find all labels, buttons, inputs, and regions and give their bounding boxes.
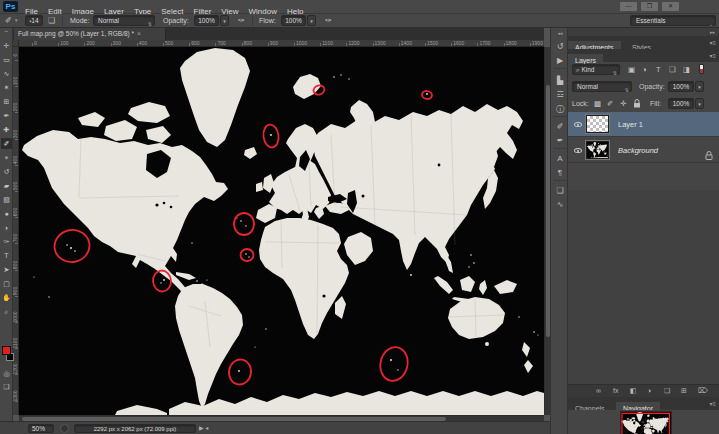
horizontal-ruler: 0100200300400500600700800900100011001200… — [19, 40, 544, 47]
tools-panel: ▪▪ ✛▭∿✶⊞✒✚✐⌖↺▰▧●◗✑T➤▢✋⌕ ◎ ❏ — [0, 28, 13, 421]
history-panel-icon[interactable]: ↺ — [551, 42, 569, 51]
new-group-icon[interactable]: ❏ — [664, 387, 670, 395]
filter-type-layers-icon[interactable]: T — [656, 65, 661, 74]
blend-mode-dropdown[interactable]: Normal⇅ — [572, 81, 632, 92]
add-layer-mask-icon[interactable]: ◧ — [630, 387, 637, 395]
layers-menu-icon[interactable]: ▾≡ — [709, 52, 716, 59]
document-info: 2292 px x 2062 px (72.009 ppi) — [74, 424, 196, 433]
tool-dodge[interactable]: ◗ — [1, 222, 12, 233]
tool-healing-brush[interactable]: ✚ — [1, 124, 12, 135]
brush-presets-panel-icon[interactable]: ✐ — [551, 122, 569, 131]
tool-pen[interactable]: ✑ — [1, 236, 12, 247]
collapse-dock-icon[interactable]: ▸▸ — [710, 29, 715, 35]
opacity-arrow[interactable]: ▾ — [220, 15, 229, 26]
layer-thumbnail[interactable] — [586, 141, 609, 159]
lock-pixels-icon[interactable]: ✐ — [607, 99, 613, 108]
navigator-menu-icon[interactable]: ▾≡ — [709, 400, 716, 407]
tool-crop[interactable]: ⊞ — [1, 96, 12, 107]
flow-label: Flow: — [259, 17, 276, 24]
new-layer-icon[interactable]: ⊞ — [681, 387, 687, 395]
layer-visibility-eye-icon[interactable] — [574, 148, 582, 153]
tool-zoom[interactable]: ⌕ — [1, 306, 12, 317]
opacity-value[interactable]: 100% — [194, 15, 219, 26]
layer-style-fx-icon[interactable]: fx — [613, 387, 618, 394]
brush-tool-preset-icon[interactable]: ✐ — [5, 16, 12, 25]
new-adjustment-layer-icon[interactable]: ◑ — [647, 387, 651, 394]
tool-move[interactable]: ✛ — [1, 40, 12, 51]
tool-presets-panel-icon[interactable]: ✒ — [551, 136, 569, 145]
tool-blur[interactable]: ● — [1, 208, 12, 219]
brush-size-picker[interactable]: •14 — [25, 15, 43, 26]
delete-layer-icon[interactable]: ⌦ — [698, 387, 708, 395]
tab-close-icon[interactable]: × — [137, 30, 141, 37]
close-button[interactable]: ✕ — [662, 2, 679, 11]
lock-transparency-icon[interactable]: ▩ — [594, 99, 601, 108]
tool-gradient[interactable]: ▧ — [1, 194, 12, 205]
foreground-color-swatch[interactable] — [2, 346, 11, 355]
layer-thumbnail[interactable] — [586, 115, 609, 133]
hruler-label: 1200 — [348, 40, 359, 46]
layer-row-layer-1[interactable]: Layer 1 — [568, 112, 719, 137]
filter-kind-dropdown[interactable]: ⌕ Kind⇅ — [572, 64, 620, 75]
info-panel-icon[interactable]: ⓘ — [551, 104, 569, 115]
minimize-button[interactable]: — — [620, 2, 637, 11]
tool-clone-stamp[interactable]: ⌖ — [1, 152, 12, 163]
tool-quick-selection[interactable]: ✶ — [1, 82, 12, 93]
fill-label: Fill: — [650, 100, 661, 107]
layers-footer: ∞fx◧◑❏⊞⌦ — [568, 384, 719, 397]
flow-arrow[interactable]: ▾ — [307, 15, 316, 26]
tool-history-brush[interactable]: ↺ — [1, 166, 12, 177]
tool-type[interactable]: T — [1, 250, 12, 261]
tool-path-selection[interactable]: ➤ — [1, 264, 12, 275]
quick-mask-icon[interactable]: ◎ — [1, 368, 12, 379]
layer-opacity-arrow[interactable]: ▾ — [695, 81, 704, 92]
mode-dropdown[interactable]: Normal⇅ — [93, 15, 155, 26]
character-panel-icon[interactable]: A — [551, 154, 569, 163]
layer-row-background[interactable]: Background — [568, 138, 719, 163]
layer-fill-arrow[interactable]: ▾ — [695, 98, 704, 109]
menu-items: FileEditImageLayerTypeSelectFilterViewWi… — [20, 0, 308, 14]
filter-adjustment-layers-icon[interactable]: ◑ — [642, 65, 647, 74]
link-layers-icon[interactable]: ∞ — [596, 387, 601, 394]
status-flyout-arrow[interactable]: ▶ ◂ — [199, 424, 208, 431]
paths-panel-icon[interactable]: ∿ — [551, 200, 569, 209]
flow-value[interactable]: 100% — [281, 15, 306, 26]
clone-source-panel-icon[interactable]: ❏ — [551, 186, 569, 195]
filter-shape-layers-icon[interactable]: ❏ — [669, 65, 676, 74]
status-zoom-field[interactable]: 50% — [28, 424, 54, 433]
panel-menu-icon[interactable]: ▾≡ — [709, 39, 716, 46]
tool-lasso[interactable]: ∿ — [1, 68, 12, 79]
airbrush-icon[interactable]: ✑ — [325, 16, 332, 25]
tool-eraser[interactable]: ▰ — [1, 180, 12, 191]
tool-rectangle[interactable]: ▢ — [1, 278, 12, 289]
tool-eyedropper[interactable]: ✒ — [1, 110, 12, 121]
workspace-switcher[interactable]: Essentials⌄ — [630, 15, 716, 26]
tool-brush[interactable]: ✐ — [1, 138, 12, 149]
lock-position-icon[interactable]: ✛ — [620, 99, 626, 108]
actions-panel-icon[interactable]: ▶ — [551, 56, 569, 65]
tool-marquee[interactable]: ▭ — [1, 54, 12, 65]
lock-all-icon[interactable] — [633, 99, 641, 108]
navigator-thumbnail[interactable] — [620, 411, 672, 434]
navigator-panel — [568, 410, 719, 434]
filter-pixel-layers-icon[interactable]: ▣ — [628, 65, 635, 74]
toggle-brush-panel-icon[interactable]: ❏ — [48, 16, 55, 25]
filter-smart-objects-icon[interactable]: ◨ — [683, 65, 690, 74]
screen-mode-icon[interactable]: ❏ — [1, 381, 12, 392]
layer-fill-value[interactable]: 100% — [668, 98, 694, 109]
properties-panel-icon[interactable]: ☲ — [551, 90, 569, 99]
layer-opacity-value[interactable]: 100% — [668, 81, 694, 92]
tool-hand[interactable]: ✋ — [1, 292, 12, 303]
layer-visibility-eye-icon[interactable] — [574, 122, 582, 127]
paragraph-panel-icon[interactable]: ¶ — [551, 168, 569, 177]
layers-empty-area — [568, 190, 719, 384]
canvas[interactable] — [19, 47, 544, 415]
filter-toggle-switch[interactable] — [699, 64, 704, 74]
document-tab[interactable]: Full map.png @ 50% (Layer 1, RGB/8) *× — [14, 28, 166, 40]
toolbar-collapse-icon[interactable]: ▪▪ — [0, 29, 13, 34]
histogram-panel-icon[interactable]: ▙ — [551, 76, 569, 85]
expand-dock-icon[interactable]: ◂◂ — [551, 30, 569, 36]
ruler-corner — [12, 40, 19, 47]
restore-button[interactable]: ❐ — [641, 2, 658, 11]
airbrush-pressure-icon[interactable]: ✑ — [238, 16, 245, 25]
